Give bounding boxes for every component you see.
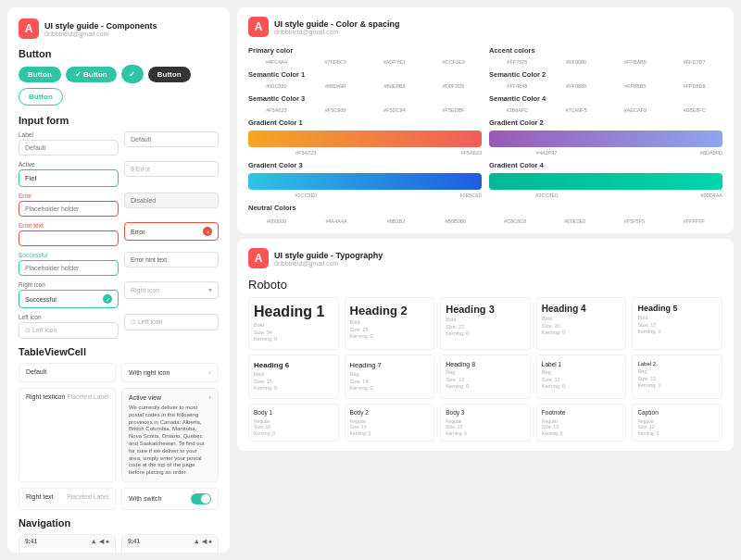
heading3-meta: BoldSize: 22Kerning: 0 xyxy=(446,317,525,338)
table-cell-right-text-2-label: Right text xyxy=(26,493,54,500)
btn-primary[interactable]: Button xyxy=(19,67,61,82)
color-panel: A UI style guide - Color & spacing dribb… xyxy=(237,7,734,233)
semantic1-swatches: #00C060 #88D490 #B0E8B8 #D0F2D5 xyxy=(248,82,482,89)
input-label-group: Label xyxy=(19,131,119,156)
primary-color-title: Primary color xyxy=(248,46,482,55)
table-cell-right-text-value: Placetext Label xyxy=(68,393,108,400)
table-cell-right-text[interactable]: Right texticon Placetext Label xyxy=(19,388,116,482)
input-dollar[interactable]: $ Error xyxy=(124,161,219,177)
swatch-n3: #8B2B2 xyxy=(368,216,424,224)
success-placeholder: Successful xyxy=(25,296,57,303)
nav-bar-1-time: 9:41 xyxy=(25,538,37,544)
heading2-text: Heading 2 xyxy=(350,304,430,317)
nav-grid: 9:41 ▲ ◀ ● ‹ Placetext label 9:41 ▲ ◀ ● xyxy=(19,534,219,553)
input-right-icon-2[interactable]: Right icon ▾ xyxy=(124,281,219,299)
wifi-icon-2: ◀ xyxy=(202,538,207,545)
input-error-hint[interactable]: Error hint text xyxy=(124,252,219,268)
swatch-n6: #E0E0E0 xyxy=(546,216,603,224)
headings-grid: Heading 1 BoldSize: 34Kerning: 0 Heading… xyxy=(248,297,722,350)
chevron-right-icon: › xyxy=(208,368,211,377)
body2-text: Body 2 xyxy=(350,409,430,417)
gradient4-group: Gradient Color 4 #2CC3E0 #00D4AA xyxy=(489,161,722,198)
input-left-icon-2[interactable]: ⊙ Left icon xyxy=(124,314,219,330)
table-cell-default[interactable]: Default xyxy=(19,363,116,382)
accent-color-group: Accent colors #FF7575 #FF9080 #FFBAB5 #F… xyxy=(489,46,722,65)
input-success-group: Successful xyxy=(19,252,119,276)
heading3-cell: Heading 3 BoldSize: 22Kerning: 0 xyxy=(440,297,531,350)
nav-bar-2-content: ‹ Placetext label Placetext label xyxy=(122,548,218,553)
btn-icon[interactable]: ✓ Button xyxy=(66,67,117,82)
swatch-s1-1: #00C060 xyxy=(248,82,305,89)
left-panel-subtitle: dribbbleid@gmail.com xyxy=(44,31,157,37)
semantic4-color-title: Semantic Color 4 xyxy=(489,94,722,103)
heading7-text: Heading 7 xyxy=(350,361,430,369)
btn-dark[interactable]: Button xyxy=(148,67,191,82)
swatch-n5: #C8C8C8 xyxy=(487,216,544,224)
heading7-cell: Heading 7 RegSize: 14Kerning: 0 xyxy=(345,355,435,399)
chevron-icon: ▾ xyxy=(208,286,212,294)
footnote-text: Footnote xyxy=(542,409,622,417)
input-error-icon[interactable]: Error ✕ xyxy=(124,222,219,241)
label1-text: Label 1 xyxy=(542,361,622,367)
input-right-icon[interactable]: Successful ✓ xyxy=(19,290,119,308)
input-error-icon-group: Error ✕ xyxy=(124,222,219,246)
left-panel-title-block: UI style guide - Components dribbbleid@g… xyxy=(44,21,157,37)
buttons-section-title: Button xyxy=(19,48,219,59)
swatch-n7: #F5F5F5 xyxy=(606,216,662,224)
table-cell-right-icon[interactable]: With right icon › xyxy=(121,363,219,382)
toggle-switch[interactable] xyxy=(191,493,211,504)
input-left-icon[interactable]: ⊙ Left icon xyxy=(19,322,119,339)
table-cell-active[interactable]: Active view › We currently deliver to mo… xyxy=(121,388,219,482)
app-icon-typo: A xyxy=(248,248,269,268)
wifi-icon-1: ◀ xyxy=(99,538,104,545)
heading1-text: Heading 1 xyxy=(254,304,333,320)
input-dollar-group: $ Error xyxy=(124,161,219,187)
gradient-row-1: Gradient Color 1 #F5A723 #F5A623 Gradien… xyxy=(248,118,722,156)
btn-icon-only[interactable]: ✓ xyxy=(121,65,144,83)
swatch-s2-3: #FFB5B5 xyxy=(608,82,664,89)
color-row-3: Semantic Color 3 #F5A623 #F5C966 #F5DC94… xyxy=(248,94,722,113)
table-cell-active-label: Active view xyxy=(129,394,161,401)
input-error-label: Error xyxy=(19,193,119,199)
input-error[interactable] xyxy=(19,201,119,217)
gradient1-start-label: #F5A723 xyxy=(248,150,364,156)
error-placeholder: Error xyxy=(131,229,145,235)
heading3-text: Heading 3 xyxy=(446,304,525,315)
heading6-meta: MedSize: 15Kerning: 0 xyxy=(254,371,333,392)
heading2-meta: BoldSize: 28Kerning: 0 xyxy=(350,319,430,341)
input-disabled xyxy=(124,193,219,208)
semantic2-color-group: Semantic Color 2 #FF4848 #FF8888 #FFB5B5… xyxy=(489,70,722,89)
swatch-s1-3: #B0E8B8 xyxy=(367,82,423,89)
dollar-placeholder: $ Error xyxy=(131,166,150,172)
semantic3-swatches: #F5A623 #F5C966 #F5DC94 #F5EDBF xyxy=(248,106,482,113)
typo-panel-header: A UI style guide - Typography dribbbleid… xyxy=(248,248,722,268)
table-cell-switch[interactable]: With switch xyxy=(121,488,219,510)
nav-bar-2-time: 9:41 xyxy=(128,538,140,544)
right-icon-placeholder: Right icon xyxy=(131,287,159,293)
input-error-hint-group: Error hint text xyxy=(124,252,219,276)
input-active[interactable] xyxy=(19,169,119,187)
input-right-icon-group: Right icon Successful ✓ xyxy=(19,281,119,308)
nav-back-1[interactable]: ‹ xyxy=(25,552,28,553)
input-default-2[interactable] xyxy=(124,131,219,147)
input-default-1[interactable] xyxy=(19,140,119,156)
input-label-1: Label xyxy=(19,131,119,138)
table-cell-right-text-2[interactable]: Right text Placetext Label xyxy=(19,488,116,510)
table-grid: Default With right icon › Right texticon… xyxy=(19,363,219,510)
app-icon-left: A xyxy=(19,19,39,39)
heading5-meta: BoldSize: 17Kerning: 0 xyxy=(637,315,717,336)
primary-color-group: Primary color #4FC4A4 #7FD5C3 #ADFYE1 #C… xyxy=(248,46,482,65)
battery-icon-2: ● xyxy=(208,538,212,545)
button-row: Button ✓ Button ✓ Button Button xyxy=(19,65,219,106)
heading7-meta: RegSize: 14Kerning: 0 xyxy=(350,371,430,392)
nav-right-label-2[interactable]: Placetext label xyxy=(173,552,212,553)
btn-outline[interactable]: Button xyxy=(19,88,63,106)
body1-cell: Body 1 RegularSize: 16Kerning: 0 xyxy=(248,404,339,442)
swatch-primary-2: #7FD5C3 xyxy=(308,58,364,65)
accent-color-title: Accent colors xyxy=(489,46,722,55)
nav-bar-1: 9:41 ▲ ◀ ● ‹ Placetext label xyxy=(19,534,116,553)
gradient2-start-label: #4A1F97 xyxy=(489,150,605,156)
input-success[interactable] xyxy=(19,260,119,276)
gradient4-end-label: #00D4AA xyxy=(608,193,723,198)
input-error-text[interactable] xyxy=(19,230,119,246)
